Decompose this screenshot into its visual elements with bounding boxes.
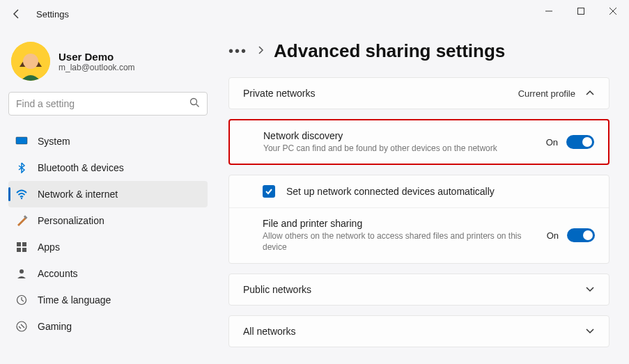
search-box[interactable] bbox=[8, 92, 208, 116]
network-discovery-card: Network discovery Your PC can find and b… bbox=[228, 119, 609, 165]
sidebar-item-label: Personalization bbox=[38, 215, 104, 226]
chevron-up-icon bbox=[585, 88, 595, 99]
breadcrumb-more-button[interactable]: ••• bbox=[228, 43, 247, 59]
page-title: Advanced sharing settings bbox=[274, 40, 505, 62]
sidebar-item-label: Time & language bbox=[38, 294, 111, 306]
svg-point-4 bbox=[191, 98, 197, 104]
avatar bbox=[11, 42, 50, 81]
svg-point-8 bbox=[21, 198, 22, 199]
sidebar-item-label: Accounts bbox=[38, 268, 78, 279]
breadcrumb: ••• Advanced sharing settings bbox=[228, 40, 609, 62]
section-title: Public networks bbox=[243, 284, 311, 295]
clock-globe-icon bbox=[15, 294, 28, 306]
file-printer-sharing-toggle[interactable] bbox=[567, 228, 595, 242]
svg-point-14 bbox=[20, 269, 24, 274]
setting-description: Your PC can find and be found by other d… bbox=[263, 143, 535, 154]
auto-setup-checkbox[interactable] bbox=[263, 185, 275, 198]
sidebar-item-label: System bbox=[38, 136, 70, 147]
network-discovery-toggle[interactable] bbox=[566, 135, 594, 149]
setting-title: Set up network connected devices automat… bbox=[286, 186, 595, 197]
svg-rect-1 bbox=[578, 8, 584, 15]
chevron-down-icon bbox=[585, 326, 595, 336]
svg-point-3 bbox=[23, 54, 38, 69]
back-button[interactable] bbox=[6, 3, 28, 25]
sidebar-item-apps[interactable]: Apps bbox=[8, 234, 208, 260]
sidebar-item-label: Gaming bbox=[38, 321, 72, 332]
private-networks-settings: Set up network connected devices automat… bbox=[228, 175, 609, 263]
svg-rect-6 bbox=[16, 137, 27, 144]
minimize-button[interactable] bbox=[533, 0, 565, 22]
maximize-button[interactable] bbox=[565, 0, 597, 22]
search-input[interactable] bbox=[16, 98, 189, 109]
toggle-state-label: On bbox=[546, 137, 558, 148]
svg-point-16 bbox=[17, 322, 26, 331]
apps-icon bbox=[15, 241, 28, 253]
section-private-networks[interactable]: Private networks Current profile bbox=[228, 77, 609, 109]
display-icon bbox=[15, 135, 28, 148]
svg-rect-13 bbox=[22, 248, 26, 252]
current-profile-badge: Current profile bbox=[518, 88, 575, 99]
user-profile[interactable]: User Demo m_lab@outlook.com bbox=[8, 36, 208, 92]
toggle-state-label: On bbox=[547, 230, 559, 241]
setting-title: File and printer sharing bbox=[263, 218, 536, 229]
sidebar-item-bluetooth[interactable]: Bluetooth & devices bbox=[8, 155, 208, 181]
section-title: All networks bbox=[243, 326, 295, 337]
close-button[interactable] bbox=[597, 0, 629, 22]
svg-rect-11 bbox=[22, 242, 26, 246]
gaming-icon bbox=[15, 320, 28, 333]
bluetooth-icon bbox=[15, 161, 28, 174]
sidebar-item-network[interactable]: Network & internet bbox=[8, 181, 208, 207]
person-icon bbox=[15, 267, 28, 280]
brush-icon bbox=[15, 214, 28, 227]
sidebar-item-label: Network & internet bbox=[38, 189, 118, 200]
sidebar-item-label: Apps bbox=[38, 242, 60, 253]
wifi-icon bbox=[15, 188, 28, 200]
sidebar-item-time[interactable]: Time & language bbox=[8, 287, 208, 313]
sidebar-item-label: Bluetooth & devices bbox=[38, 162, 124, 173]
section-all-networks[interactable]: All networks bbox=[228, 315, 609, 347]
user-email: m_lab@outlook.com bbox=[59, 63, 135, 72]
setting-title: Network discovery bbox=[263, 130, 535, 141]
user-name: User Demo bbox=[59, 51, 135, 63]
svg-line-5 bbox=[196, 104, 199, 106]
svg-rect-12 bbox=[17, 248, 21, 252]
chevron-down-icon bbox=[585, 284, 595, 294]
search-icon bbox=[189, 97, 200, 111]
svg-rect-10 bbox=[17, 242, 21, 246]
sidebar-item-system[interactable]: System bbox=[8, 128, 208, 155]
section-title: Private networks bbox=[243, 88, 315, 99]
window-title: Settings bbox=[36, 9, 69, 19]
setting-description: Allow others on the network to access sh… bbox=[263, 230, 536, 253]
sidebar-item-personalization[interactable]: Personalization bbox=[8, 207, 208, 234]
section-public-networks[interactable]: Public networks bbox=[228, 274, 609, 306]
sidebar-item-gaming[interactable]: Gaming bbox=[8, 313, 208, 340]
sidebar-item-accounts[interactable]: Accounts bbox=[8, 260, 208, 287]
chevron-right-icon bbox=[257, 45, 264, 58]
